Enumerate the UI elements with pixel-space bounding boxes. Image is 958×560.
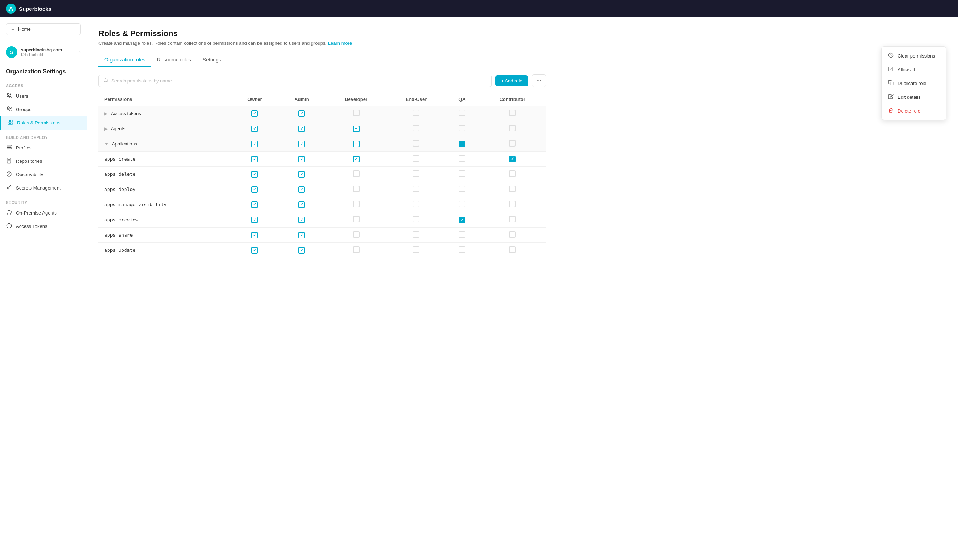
checkbox-admin[interactable] — [298, 201, 305, 208]
checkbox-enduser[interactable] — [413, 246, 419, 253]
sidebar-item-roles[interactable]: Roles & Permissions — [0, 116, 87, 130]
checkbox-admin[interactable] — [298, 247, 305, 253]
add-role-button[interactable]: + Add role — [495, 75, 528, 87]
search-input[interactable] — [111, 78, 487, 84]
checkbox-owner[interactable] — [251, 156, 258, 163]
checkbox-qa[interactable] — [459, 246, 465, 253]
checkbox-contributor[interactable] — [509, 156, 515, 163]
checkbox-enduser[interactable] — [413, 140, 419, 147]
checkbox-contributor[interactable] — [509, 216, 515, 223]
checkbox-qa[interactable]: − — [459, 141, 465, 147]
checkbox-contributor[interactable] — [509, 231, 515, 238]
checkbox-contributor[interactable] — [509, 246, 515, 253]
tab-resource-roles[interactable]: Resource roles — [151, 53, 197, 67]
checkbox-dev[interactable] — [353, 185, 360, 192]
checkbox-dev[interactable] — [353, 141, 360, 147]
svg-rect-31 — [890, 82, 893, 85]
dropdown-delete-label: Delete role — [898, 108, 920, 114]
checkbox-dev[interactable] — [353, 216, 360, 223]
expand-icon[interactable]: ▼ — [104, 141, 109, 147]
svg-rect-8 — [8, 120, 10, 122]
checkbox-admin[interactable] — [298, 186, 305, 193]
svg-point-7 — [10, 107, 11, 109]
checkbox-enduser[interactable] — [413, 170, 419, 177]
checkbox-enduser[interactable] — [413, 216, 419, 223]
checkbox-owner[interactable] — [251, 141, 258, 147]
dropdown-delete-role[interactable]: Delete role — [882, 104, 946, 117]
checkbox-admin[interactable] — [298, 232, 305, 238]
col-qa: QA — [445, 93, 479, 106]
checkbox-dev[interactable] — [353, 231, 360, 238]
checkbox-admin[interactable] — [298, 171, 305, 178]
checkbox-admin[interactable] — [298, 125, 305, 132]
checkbox-qa[interactable] — [459, 110, 465, 116]
tab-settings[interactable]: Settings — [197, 53, 227, 67]
dropdown-duplicate-role[interactable]: Duplicate role — [882, 76, 946, 90]
checkbox-qa[interactable] — [459, 170, 465, 177]
more-options-button[interactable]: ··· — [532, 74, 546, 87]
svg-point-0 — [10, 7, 12, 9]
dropdown-duplicate-label: Duplicate role — [898, 81, 926, 86]
checkbox-admin[interactable] — [298, 156, 305, 163]
sidebar-item-profiles[interactable]: Profiles — [0, 141, 87, 155]
learn-more-link[interactable]: Learn more — [328, 41, 352, 46]
checkbox-contributor[interactable] — [509, 125, 515, 131]
dropdown-allow-all[interactable]: Allow all — [882, 63, 946, 76]
sidebar-item-agents[interactable]: On-Premise Agents — [0, 206, 87, 220]
sidebar-item-access-tokens[interactable]: Access Tokens — [0, 220, 87, 233]
sidebar-item-secrets[interactable]: Secrets Management — [0, 181, 87, 195]
checkbox-dev[interactable] — [353, 201, 360, 207]
checkbox-dev[interactable] — [353, 246, 360, 253]
checkbox-enduser[interactable] — [413, 185, 419, 192]
checkbox-owner[interactable] — [251, 125, 258, 132]
checkbox-dev[interactable] — [353, 125, 360, 132]
svg-rect-13 — [7, 147, 11, 147]
checkbox-enduser[interactable] — [413, 155, 419, 162]
checkbox-qa[interactable] — [459, 231, 465, 238]
checkbox-dev[interactable] — [353, 156, 360, 163]
checkbox-owner[interactable] — [251, 232, 258, 238]
checkbox-admin[interactable] — [298, 110, 305, 117]
checkbox-owner[interactable] — [251, 110, 258, 117]
svg-line-3 — [10, 8, 11, 9]
checkbox-owner[interactable] — [251, 171, 258, 178]
checkbox-contributor[interactable] — [509, 140, 515, 147]
checkbox-qa[interactable] — [459, 125, 465, 131]
checkbox-enduser[interactable] — [413, 110, 419, 116]
checkbox-qa[interactable] — [459, 217, 465, 223]
expand-icon[interactable]: ▶ — [104, 111, 108, 116]
checkbox-qa[interactable] — [459, 185, 465, 192]
checkbox-enduser[interactable] — [413, 125, 419, 131]
dropdown-edit-label: Edit details — [898, 95, 921, 100]
checkbox-dev[interactable] — [353, 170, 360, 177]
checkbox-dev[interactable] — [353, 110, 360, 116]
home-button[interactable]: ← Home — [6, 23, 81, 35]
sidebar-item-repositories[interactable]: Repositories — [0, 155, 87, 168]
tab-org-roles[interactable]: Organization roles — [98, 53, 151, 67]
expand-icon[interactable]: ▶ — [104, 126, 108, 131]
checkbox-contributor[interactable] — [509, 185, 515, 192]
checkbox-owner[interactable] — [251, 247, 258, 253]
checkbox-enduser[interactable] — [413, 201, 419, 207]
checkbox-qa[interactable] — [459, 201, 465, 207]
secrets-icon — [6, 185, 12, 191]
checkbox-contributor[interactable] — [509, 170, 515, 177]
checkbox-contributor[interactable] — [509, 110, 515, 116]
dropdown-edit-details[interactable]: Edit details — [882, 90, 946, 104]
checkbox-enduser[interactable] — [413, 231, 419, 238]
sidebar-user[interactable]: S superblockshq.com Kris Harbold › — [0, 41, 87, 63]
checkbox-owner[interactable] — [251, 186, 258, 193]
dropdown-clear-permissions[interactable]: Clear permissions — [882, 49, 946, 63]
checkbox-owner[interactable] — [251, 201, 258, 208]
checkbox-contributor[interactable] — [509, 201, 515, 207]
sidebar-item-groups[interactable]: Groups — [0, 103, 87, 116]
sidebar-item-observability[interactable]: Observability — [0, 168, 87, 181]
table-row: ▼ Applications − — [98, 136, 546, 152]
svg-rect-11 — [11, 123, 12, 125]
checkbox-qa[interactable] — [459, 155, 465, 162]
checkbox-owner[interactable] — [251, 217, 258, 223]
checkbox-admin[interactable] — [298, 141, 305, 147]
checkbox-admin[interactable] — [298, 217, 305, 223]
col-permissions: Permissions — [98, 93, 231, 106]
sidebar-item-users[interactable]: Users — [0, 89, 87, 103]
